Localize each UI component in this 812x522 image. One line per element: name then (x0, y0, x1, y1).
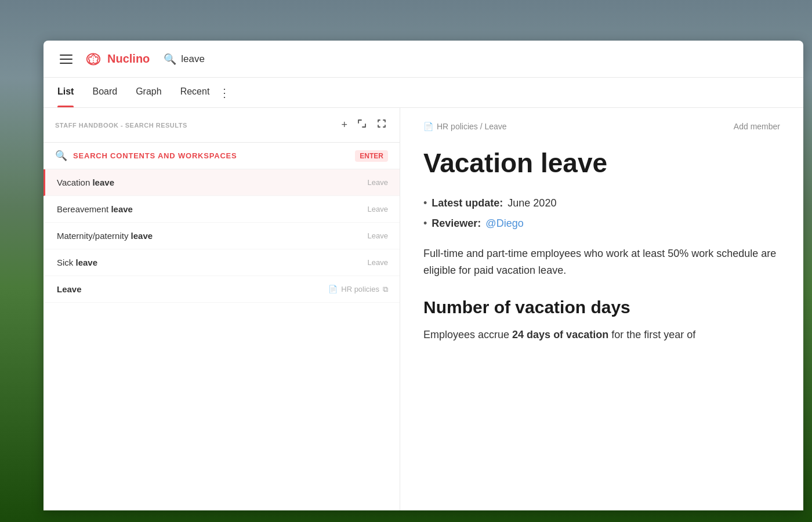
main-content: STAFF HANDBOOK - SEARCH RESULTS + (44, 108, 803, 510)
sidebar-search-bar[interactable]: 🔍 SEARCH CONTENTS AND WORKSPACES ENTER (44, 143, 400, 169)
content-panel: 📄 HR policies / Leave Add member Vacatio… (400, 108, 803, 510)
nav-tabs: List Board Graph Recent ⋮ (44, 78, 803, 108)
app-container: Nuclino 🔍 List Board Graph Recent ⋮ STAF… (44, 41, 803, 510)
folder-icon: 📄 (328, 285, 338, 293)
result-item-tag: Leave (368, 205, 388, 213)
sidebar-header: STAFF HANDBOOK - SEARCH RESULTS + (44, 108, 400, 143)
result-item-maternity-leave[interactable]: Maternity/paternity leave Leave (44, 223, 400, 249)
meta-label-update: Latest update: (432, 195, 503, 211)
sidebar: STAFF HANDBOOK - SEARCH RESULTS + (44, 108, 400, 510)
meta-item-update: Latest update: June 2020 (423, 195, 780, 211)
content-section-title: Number of vacation days (423, 298, 780, 317)
hamburger-line (60, 59, 72, 60)
enter-badge: ENTER (355, 150, 388, 162)
meta-item-reviewer: Reviewer: @Diego (423, 216, 780, 231)
meta-label-reviewer: Reviewer: (432, 216, 481, 231)
breadcrumb-path: HR policies / Leave (437, 122, 507, 131)
header: Nuclino 🔍 (44, 41, 803, 78)
result-item-title: Bereavement leave (57, 204, 133, 214)
hamburger-line (60, 55, 72, 56)
result-item-sick-leave[interactable]: Sick leave Leave (44, 249, 400, 276)
logo-text: Nuclino (107, 52, 150, 66)
meta-value-update: June 2020 (507, 195, 556, 211)
result-item-title: Maternity/paternity leave (57, 231, 153, 241)
hamburger-line (60, 63, 72, 64)
sidebar-search-icon: 🔍 (55, 150, 67, 162)
expand-button[interactable] (356, 117, 368, 133)
copy-icon: ⧉ (383, 285, 388, 294)
result-item-vacation-leave[interactable]: Vacation leave Leave (44, 169, 400, 196)
sidebar-title: STAFF HANDBOOK - SEARCH RESULTS (55, 122, 187, 129)
collapse-button[interactable] (375, 117, 388, 133)
result-item-tag: HR policies (341, 285, 379, 293)
hamburger-button[interactable] (57, 52, 75, 66)
tab-list[interactable]: List (57, 86, 74, 99)
result-item-tag: Leave (368, 258, 388, 267)
collapse-icon (376, 118, 387, 129)
content-section-body: Employees accrue 24 days of vacation for… (423, 327, 780, 343)
result-item-tag: Leave (368, 178, 388, 187)
sidebar-search-label: SEARCH CONTENTS AND WORKSPACES (73, 151, 349, 160)
mention-diego[interactable]: @Diego (485, 216, 523, 231)
result-item-bereavement-leave[interactable]: Bereavement leave Leave (44, 196, 400, 223)
content-title: Vacation leave (423, 147, 780, 179)
tab-board[interactable]: Board (92, 86, 117, 99)
result-item-title: Sick leave (57, 258, 97, 267)
result-item-leave[interactable]: Leave 📄 HR policies ⧉ (44, 276, 400, 303)
result-item-meta: 📄 HR policies ⧉ (328, 285, 388, 294)
add-item-button[interactable]: + (340, 118, 349, 132)
expand-icon (357, 118, 367, 129)
more-options-button[interactable]: ⋮ (219, 86, 230, 100)
result-item-tag: Leave (368, 231, 388, 240)
search-icon: 🔍 (164, 53, 176, 66)
content-body-text: Full-time and part-time employees who wo… (423, 245, 780, 279)
sidebar-header-actions: + (340, 117, 388, 133)
result-item-title: Leave (57, 284, 82, 294)
search-input[interactable] (181, 53, 297, 65)
add-member-button[interactable]: Add member (734, 122, 780, 131)
brain-icon (84, 50, 103, 68)
search-results-list: Vacation leave Leave Bereavement leave L… (44, 169, 400, 510)
result-item-title: Vacation leave (57, 177, 114, 187)
search-container: 🔍 (164, 53, 396, 66)
logo-area: Nuclino (84, 50, 150, 68)
breadcrumb-doc-icon: 📄 (423, 122, 433, 131)
tab-graph[interactable]: Graph (136, 86, 161, 99)
tab-recent[interactable]: Recent (180, 86, 210, 99)
content-meta-list: Latest update: June 2020 Reviewer: @Dieg… (423, 195, 780, 231)
breadcrumb: 📄 HR policies / Leave Add member (423, 122, 780, 131)
